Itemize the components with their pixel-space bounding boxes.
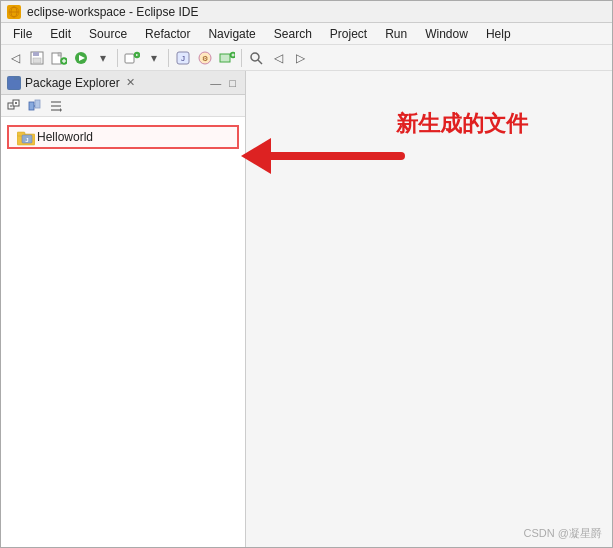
- project-item-helloworld[interactable]: J Helloworld: [7, 125, 239, 149]
- toolbar-ext3-btn[interactable]: [217, 48, 237, 68]
- toolbar-debug-dropdown[interactable]: ▾: [144, 48, 164, 68]
- svg-rect-8: [58, 53, 61, 56]
- menu-run[interactable]: Run: [377, 25, 415, 43]
- toolbar: ◁ ▾ ▾ J: [1, 45, 612, 71]
- window-icon: [7, 5, 21, 19]
- toolbar-search-btn[interactable]: [246, 48, 266, 68]
- annotation-arrow: [231, 126, 411, 186]
- toolbar-new-btn[interactable]: [49, 48, 69, 68]
- annotation-text: 新生成的文件: [396, 109, 528, 139]
- toolbar-ext2-btn[interactable]: ⚙: [195, 48, 215, 68]
- toolbar-sep-2: [168, 49, 169, 67]
- panel-title: Package Explorer: [25, 76, 120, 90]
- toolbar-sep-1: [117, 49, 118, 67]
- svg-rect-34: [29, 102, 34, 110]
- toolbar-nav-back-btn[interactable]: ◁: [268, 48, 288, 68]
- menu-file[interactable]: File: [5, 25, 40, 43]
- menu-source[interactable]: Source: [81, 25, 135, 43]
- svg-rect-35: [35, 100, 40, 108]
- svg-marker-46: [241, 138, 271, 174]
- svg-rect-5: [33, 58, 41, 63]
- watermark: CSDN @凝星爵: [524, 526, 602, 541]
- menu-edit[interactable]: Edit: [42, 25, 79, 43]
- menu-bar: File Edit Source Refactor Navigate Searc…: [1, 23, 612, 45]
- left-panel: Package Explorer ✕ — □: [1, 71, 246, 548]
- link-editor-btn[interactable]: [26, 97, 44, 115]
- menu-refactor[interactable]: Refactor: [137, 25, 198, 43]
- toolbar-sep-3: [241, 49, 242, 67]
- toolbar-run-btn[interactable]: [71, 48, 91, 68]
- toolbar-ext1-btn[interactable]: J: [173, 48, 193, 68]
- collapse-all-btn[interactable]: [5, 97, 23, 115]
- toolbar-debug-btn[interactable]: [122, 48, 142, 68]
- svg-rect-28: [8, 77, 14, 82]
- title-bar: eclipse-workspace - Eclipse IDE: [1, 1, 612, 23]
- toolbar-nav-fwd-btn[interactable]: ▷: [290, 48, 310, 68]
- svg-marker-40: [60, 108, 62, 112]
- svg-rect-14: [125, 54, 134, 63]
- menu-window[interactable]: Window: [417, 25, 476, 43]
- panel-close-btn[interactable]: ✕: [124, 76, 137, 89]
- right-panel: 新生成的文件 CSDN @凝星爵: [246, 71, 612, 548]
- window-title: eclipse-workspace - Eclipse IDE: [27, 5, 606, 19]
- minimize-panel-btn[interactable]: —: [207, 76, 224, 90]
- svg-point-25: [251, 53, 259, 61]
- project-name-helloworld: Helloworld: [37, 130, 93, 144]
- svg-line-26: [258, 60, 262, 64]
- toolbar-run-dropdown[interactable]: ▾: [93, 48, 113, 68]
- menu-help[interactable]: Help: [478, 25, 519, 43]
- panel-title-area: Package Explorer ✕: [7, 76, 137, 90]
- view-menu-btn[interactable]: [47, 97, 65, 115]
- menu-project[interactable]: Project: [322, 25, 375, 43]
- svg-rect-21: [220, 54, 230, 62]
- toolbar-back-btn[interactable]: ◁: [5, 48, 25, 68]
- panel-icon: [7, 76, 21, 90]
- panel-toolbar: [1, 95, 245, 117]
- project-folder-icon: J: [17, 130, 33, 144]
- menu-search[interactable]: Search: [266, 25, 320, 43]
- panel-controls: — □: [207, 76, 239, 90]
- project-list: J Helloworld: [1, 117, 245, 157]
- svg-text:J: J: [25, 137, 28, 143]
- svg-text:⚙: ⚙: [202, 55, 208, 62]
- maximize-panel-btn[interactable]: □: [226, 76, 239, 90]
- svg-rect-4: [33, 52, 39, 56]
- menu-navigate[interactable]: Navigate: [200, 25, 263, 43]
- toolbar-save-btn[interactable]: [27, 48, 47, 68]
- svg-text:J: J: [181, 54, 185, 63]
- main-area: Package Explorer ✕ — □: [1, 71, 612, 548]
- panel-header: Package Explorer ✕ — □: [1, 71, 245, 95]
